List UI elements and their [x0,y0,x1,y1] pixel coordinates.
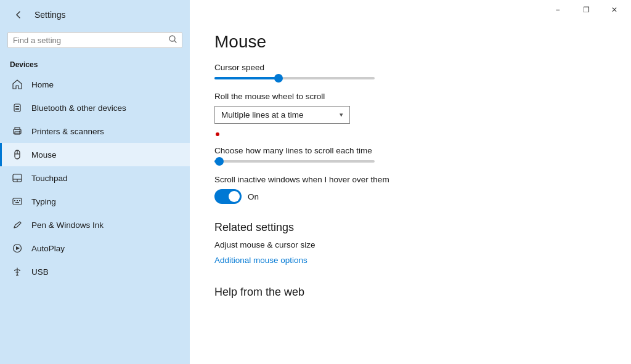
main-content: − ❐ ✕ Mouse Cursor speed Roll the mouse … [190,0,631,364]
toggle-knob [229,191,240,202]
related-settings-heading: Related settings [214,221,606,234]
cursor-speed-track[interactable] [214,77,375,79]
svg-rect-2 [14,104,20,111]
typing-icon [12,196,23,207]
svg-rect-19 [15,202,19,203]
search-box[interactable] [7,32,182,48]
inactive-scroll-label: Scroll inactive windows when I hover ove… [214,175,606,184]
scroll-lines-slider-container [214,160,606,163]
sidebar-item-pen-label: Pen & Windows Ink [31,220,104,230]
svg-point-22 [14,270,15,271]
inactive-scroll-toggle[interactable] [214,189,242,204]
cursor-speed-thumb[interactable] [274,74,283,83]
scroll-lines-thumb[interactable] [215,157,224,166]
cursor-speed-label: Cursor speed [214,63,606,72]
sidebar-item-home[interactable]: Home [0,73,190,96]
sidebar-item-autoplay[interactable]: AutoPlay [0,237,190,260]
sidebar-item-printers-label: Printers & scanners [31,127,104,136]
usb-icon [12,266,23,277]
sidebar-item-bluetooth-label: Bluetooth & other devices [31,103,126,113]
settings-content: Mouse Cursor speed Roll the mouse wheel … [190,20,631,323]
autoplay-icon [12,243,23,254]
scroll-dropdown-value: Multiple lines at a time [221,110,304,119]
sidebar-item-usb-label: USB [31,267,49,277]
cursor-speed-fill [214,77,279,79]
cursor-speed-slider-container [214,77,606,79]
bluetooth-icon [12,102,23,113]
sidebar-item-pen[interactable]: Pen & Windows Ink [0,213,190,237]
sidebar-item-typing[interactable]: Typing [0,190,190,213]
additional-mouse-options-link[interactable]: Additional mouse options [214,256,307,265]
svg-rect-3 [15,106,19,107]
scroll-lines-track[interactable] [214,160,375,163]
sidebar-item-printers[interactable]: Printers & scanners [0,119,190,143]
svg-rect-4 [15,108,19,110]
sidebar-item-touchpad-label: Touchpad [31,174,68,183]
sidebar-item-home-label: Home [31,80,54,89]
back-button[interactable] [10,6,27,23]
page-title: Mouse [214,32,606,52]
search-input[interactable] [13,36,165,45]
svg-line-1 [174,41,176,42]
sidebar: Settings Devices Home Bluetooth [0,0,190,364]
sidebar-title: Settings [35,10,66,20]
svg-point-23 [19,270,20,271]
svg-rect-6 [15,127,20,129]
scroll-wheel-label: Roll the mouse wheel to scroll [214,92,606,101]
scroll-lines-label: Choose how many lines to scroll each tim… [214,146,606,155]
sidebar-item-touchpad[interactable]: Touchpad [0,166,190,190]
svg-marker-21 [16,246,20,250]
scroll-indicator-dot [216,132,219,136]
help-heading: Help from the web [214,286,606,299]
sidebar-header: Settings [0,0,190,30]
printers-icon [12,126,23,137]
toggle-state-label: On [248,192,259,201]
adjust-cursor-label: Adjust mouse & cursor size [214,240,606,249]
sidebar-item-typing-label: Typing [31,197,56,206]
svg-rect-17 [17,200,18,201]
close-button[interactable]: ✕ [600,0,629,20]
sidebar-section-label: Devices [0,55,190,73]
svg-rect-16 [14,200,15,201]
svg-rect-18 [19,200,20,201]
sidebar-item-usb[interactable]: USB [0,260,190,283]
sidebar-item-mouse[interactable]: Mouse [0,143,190,166]
search-icon [169,35,177,45]
toggle-row: On [214,189,606,204]
touchpad-icon [12,172,23,184]
restore-button[interactable]: ❐ [572,0,600,20]
scroll-dropdown[interactable]: Multiple lines at a time ▾ [214,106,350,124]
svg-point-8 [19,131,20,132]
chevron-down-icon: ▾ [340,111,343,119]
sidebar-item-mouse-label: Mouse [31,150,57,160]
mouse-icon [12,149,23,160]
minimize-button[interactable]: − [543,0,572,20]
sidebar-item-autoplay-label: AutoPlay [31,244,65,253]
titlebar: − ❐ ✕ [190,0,631,20]
pen-icon [12,219,23,230]
home-icon [12,79,23,90]
sidebar-item-bluetooth[interactable]: Bluetooth & other devices [0,96,190,119]
svg-rect-15 [13,198,22,204]
